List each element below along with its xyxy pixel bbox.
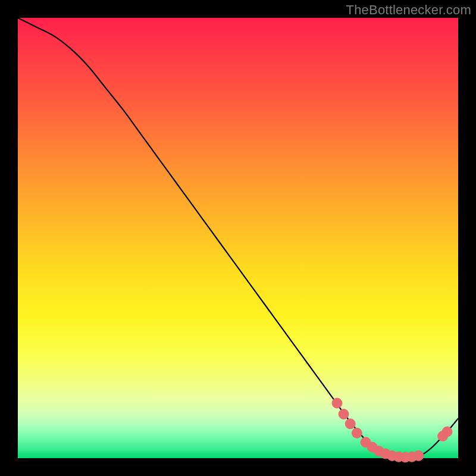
curve-markers <box>332 398 452 462</box>
curve-marker <box>332 398 342 408</box>
curve-marker <box>345 419 355 429</box>
curve-marker <box>442 427 452 437</box>
curve-marker <box>414 450 424 461</box>
bottleneck-curve <box>18 18 458 458</box>
chart-svg <box>18 18 458 458</box>
chart-plot-area <box>18 18 458 458</box>
curve-marker <box>339 409 349 419</box>
chart-stage: TheBottlenecker.com <box>0 0 476 476</box>
watermark-text: TheBottlenecker.com <box>346 2 471 18</box>
curve-marker <box>352 428 362 438</box>
